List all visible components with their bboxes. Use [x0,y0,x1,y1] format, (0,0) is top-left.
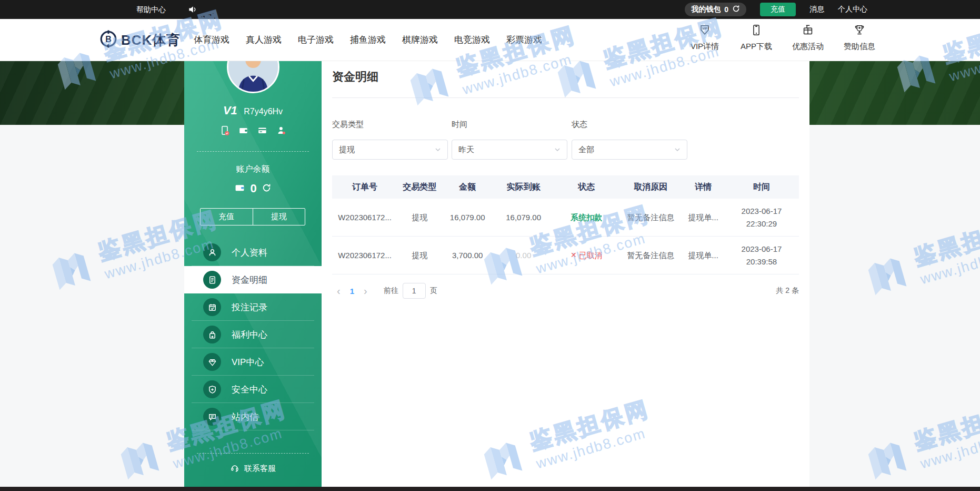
quick-links: VIP VIP详情 APP下载 优惠活动 赞助信息 [684,23,880,52]
balance-refresh-icon[interactable] [262,183,271,194]
balance-label: 账户余额 [184,164,322,175]
mail-icon [203,408,221,426]
sidebar-menu: 个人资料 资金明细 投注记录 福利中心 [184,239,322,430]
sidebar-item-bet-records[interactable]: 投注记录 [184,293,322,321]
watermark: 鉴黑担保网www.jhdb8.com [857,208,980,304]
funds-icon [203,271,221,289]
table-row: W202306172... 提现 16,079.00 16,079.00 系统扣… [332,199,799,237]
sidebar-item-messages[interactable]: 站内信 [184,403,322,430]
phone-verified-icon[interactable] [219,125,231,136]
divider [197,151,309,152]
sidebar-withdraw-button[interactable]: 提现 [253,209,305,225]
sidebar-item-funds[interactable]: 资金明细 [184,266,322,293]
nav-item-slots[interactable]: 电子游戏 [298,34,334,46]
txn-time: 2023-06-17 22:30:29 [724,205,799,230]
chevron-down-icon [674,145,681,154]
balance-value: 0 [250,182,256,195]
help-center-link[interactable]: 帮助中心 [136,0,166,19]
nav-item-chess[interactable]: 棋牌游戏 [402,34,438,46]
cancel-reason: 暂无备注信息 [619,249,682,262]
nav-item-fishing[interactable]: 捕鱼游戏 [350,34,386,46]
sidebar-item-vip-center[interactable]: VIP中心 [184,348,322,376]
order-no: W202306172... [332,249,397,262]
gift-icon [801,23,815,39]
contact-service-label: 联系客服 [244,464,276,474]
nav-item-live[interactable]: 真人游戏 [246,34,282,46]
wallet-pill[interactable]: 我的钱包 0 [685,3,746,16]
sidebar-item-profile[interactable]: 个人资料 [184,239,322,266]
topbar: 帮助中心 我的钱包 0 充值 消息 个人中心 [0,0,980,19]
sidebar-item-welfare[interactable]: 福利中心 [184,321,322,348]
personal-center-link[interactable]: 个人中心 [838,5,867,14]
txn-type: 提现 [397,249,442,262]
vip-level-badge: V1 [223,104,237,117]
status-badge: 系统扣款 [571,211,602,224]
sidebar-recharge-button[interactable]: 充值 [201,209,253,225]
app-download-link[interactable]: APP下载 [736,23,777,52]
app-download-label: APP下载 [741,42,772,52]
promotions-link[interactable]: 优惠活动 [787,23,828,52]
sponsor-info-label: 赞助信息 [844,42,875,52]
next-page-button[interactable]: › [359,286,372,296]
chevron-down-icon [435,145,441,154]
amount: 3,700.00 [442,249,493,262]
divider [332,97,799,98]
col-header-actual: 实际到账 [493,180,554,194]
detail-link[interactable]: 提现单... [682,211,724,224]
logo-mark-icon: B [99,30,118,51]
table-row: W202306172... 提现 3,700.00 0.00 ✕ 已取消 暂无备… [332,237,799,274]
page-number[interactable]: 1 [345,287,359,296]
pagination: ‹ 1 › 前往 页 共 2 条 [332,282,799,300]
user-icon [203,243,221,261]
filter-type-label: 交易类型 [332,120,364,130]
wallet-label: 我的钱包 [691,5,721,14]
wallet-icon[interactable] [238,125,249,136]
sponsor-info-link[interactable]: 赞助信息 [839,23,880,52]
col-header-status: 状态 [554,180,619,194]
navbar: B BCK体育 体育游戏 真人游戏 电子游戏 捕鱼游戏 棋牌游戏 电竞游戏 彩票… [0,19,980,61]
verification-icons-row [184,125,322,136]
nav-item-esports[interactable]: 电竞游戏 [454,34,490,46]
goto-page-input[interactable] [403,283,426,299]
sidebar-item-security[interactable]: 安全中心 [184,376,322,403]
topbar-right-group: 我的钱包 0 充值 消息 个人中心 [685,0,867,19]
cancel-reason: 暂无备注信息 [619,211,682,224]
topbar-recharge-button[interactable]: 充值 [760,3,796,16]
detail-link[interactable]: 提现单... [682,249,724,262]
page-unit-label: 页 [430,286,437,296]
speaker-icon [187,4,198,17]
contact-service-button[interactable]: 联系客服 [184,463,322,474]
status-select[interactable]: 全部 [572,140,687,160]
balance-row: 0 [184,182,322,195]
footer-strip [0,487,980,491]
nav-item-sports[interactable]: 体育游戏 [194,34,229,46]
col-header-amount: 金额 [442,180,493,194]
bank-card-icon[interactable] [257,125,268,136]
watermark: 鉴黑担保网www.jhdb8.com [857,392,980,488]
col-header-detail: 详情 [682,180,724,194]
trophy-icon [853,23,866,39]
balance-wallet-icon [235,183,245,195]
prev-page-button[interactable]: ‹ [332,286,345,296]
amount: 16,079.00 [442,211,493,224]
txn-type: 提现 [397,211,442,224]
user-row: V1 R7y4y6Hv [184,104,322,117]
wallet-refresh-icon[interactable] [732,5,740,14]
col-header-order: 订单号 [332,180,397,194]
headset-icon [230,463,239,474]
page: 帮助中心 我的钱包 0 充值 消息 个人中心 B BCK体育 体育游戏 [0,0,980,491]
site-logo[interactable]: B BCK体育 [99,30,181,51]
vip-center-icon [203,353,221,371]
time-range-select[interactable]: 昨天 [452,140,567,160]
welfare-icon [203,326,221,343]
messages-link[interactable]: 消息 [809,5,824,14]
funds-table: 订单号 交易类型 金额 实际到账 状态 取消原因 详情 时间 W20230617… [332,175,799,274]
vip-details-link[interactable]: VIP VIP详情 [684,23,725,52]
profile-alert-icon[interactable] [276,125,287,136]
nav-item-lottery[interactable]: 彩票游戏 [506,34,542,46]
actual-amount: 0.00 [493,249,554,262]
table-header-row: 订单号 交易类型 金额 实际到账 状态 取消原因 详情 时间 [332,175,799,199]
txn-time: 2023-06-17 20:39:58 [724,243,799,268]
col-header-time: 时间 [724,180,799,194]
transaction-type-select[interactable]: 提现 [332,140,448,160]
